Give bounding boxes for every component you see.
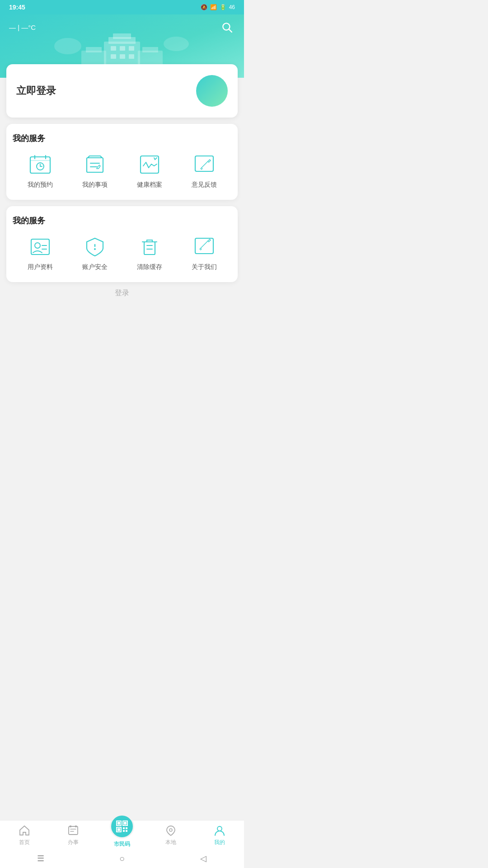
services-grid-2: 用户资料 账户安全 [13,235,231,271]
service-appointment[interactable]: 我的预约 [13,153,67,189]
profile-label: 用户资料 [28,263,53,271]
service-cache[interactable]: 清除缓存 [122,235,177,271]
battery-level: 46 [229,4,235,10]
services-title-2: 我的服务 [13,215,231,226]
service-health[interactable]: 健康档案 [122,153,177,189]
svg-rect-18 [30,160,50,161]
svg-rect-10 [120,46,125,51]
my-services-card-1: 我的服务 我的预约 [6,124,238,200]
svg-point-28 [35,243,40,248]
about-label: 关于我们 [192,263,217,271]
tasks-label: 我的事项 [82,181,108,189]
services-grid-1: 我的预约 我的事项 [13,153,231,189]
security-icon [82,235,108,259]
appointment-icon [27,153,53,176]
svg-rect-13 [120,54,125,59]
svg-rect-33 [144,242,155,255]
svg-rect-25 [195,156,213,171]
cache-label: 清除缓存 [137,263,162,271]
svg-rect-4 [113,33,131,39]
feedback-label: 意见反馈 [192,181,217,189]
service-feedback[interactable]: 意见反馈 [177,153,231,189]
status-time: 19:45 [9,4,25,11]
search-button[interactable] [219,19,235,35]
svg-line-26 [202,161,208,168]
status-bar: 19:45 🔕 📶 🔋 46 [0,0,244,14]
login-avatar [196,75,228,107]
tasks-icon [82,153,108,176]
feedback-icon [191,153,217,176]
login-btn-area: 登录 [0,288,244,298]
cache-icon [136,235,163,259]
service-profile[interactable]: 用户资料 [13,235,67,271]
wifi-icon: 📶 [210,4,217,10]
svg-rect-11 [129,46,134,51]
weather-text: — | —°C [9,24,36,31]
svg-line-1 [229,29,232,32]
service-tasks[interactable]: 我的事项 [67,153,122,189]
profile-icon [27,235,53,259]
service-about[interactable]: 关于我们 [177,235,231,271]
services-title-1: 我的服务 [13,133,231,144]
svg-rect-14 [129,54,134,59]
security-label: 账户安全 [82,263,108,271]
login-text-button[interactable]: 登录 [115,288,129,298]
battery-icon: 🔋 [220,4,226,10]
login-card[interactable]: 立即登录 [6,64,238,118]
mute-icon: 🔕 [201,4,207,10]
svg-point-16 [164,37,189,51]
svg-rect-8 [142,47,158,52]
health-label: 健康档案 [137,181,162,189]
svg-point-32 [94,248,96,250]
svg-rect-37 [195,238,213,254]
svg-rect-12 [111,54,116,59]
status-icons: 🔕 📶 🔋 46 [201,4,235,10]
svg-line-38 [201,241,208,248]
appointment-label: 我的预约 [28,181,53,189]
svg-point-15 [54,38,81,54]
svg-rect-6 [86,47,102,52]
login-title: 立即登录 [16,84,56,98]
health-icon [136,153,163,176]
svg-rect-9 [111,46,116,51]
about-icon [191,235,217,259]
service-security[interactable]: 账户安全 [67,235,122,271]
my-services-card-2: 我的服务 用户资料 [6,206,238,282]
